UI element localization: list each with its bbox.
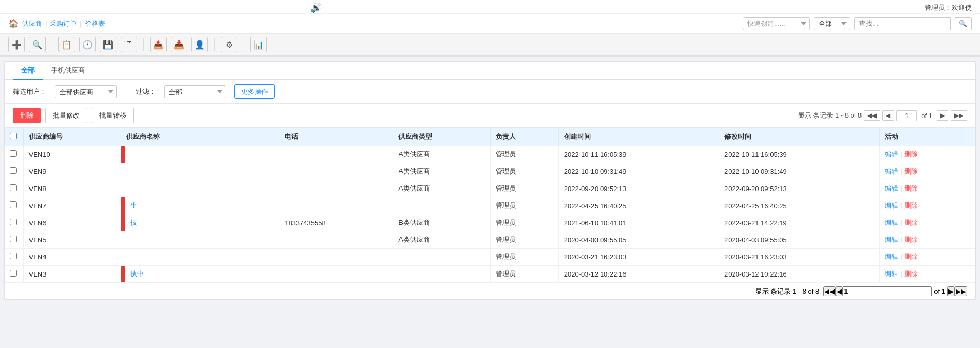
row-checkbox[interactable]: [10, 184, 17, 191]
quick-create-select[interactable]: 快速创建......: [743, 17, 810, 30]
nav-links: 🏠 供应商 | 采购订单 | 价格表: [8, 19, 105, 28]
screen-btn[interactable]: 🖥: [121, 37, 137, 52]
row-name: [121, 163, 279, 180]
row-checkbox[interactable]: [10, 201, 17, 208]
page-number-input[interactable]: [896, 110, 917, 121]
clock-btn[interactable]: 🕐: [79, 37, 96, 52]
search-input[interactable]: [854, 17, 951, 30]
tab-all[interactable]: 全部: [13, 62, 43, 80]
row-checkbox[interactable]: [10, 219, 17, 225]
red-indicator: [121, 214, 125, 231]
filter-type-select[interactable]: 全部: [164, 85, 226, 98]
row-checkbox[interactable]: [10, 236, 17, 242]
edit-link[interactable]: 编辑: [885, 219, 898, 226]
table-row: VEN3执中管理员2020-03-12 10:22:162020-03-12 1…: [5, 266, 975, 283]
row-checkbox[interactable]: [10, 253, 17, 259]
search-submit-btn[interactable]: 🔍: [955, 17, 972, 30]
delete-link[interactable]: 删除: [904, 219, 918, 226]
delete-link[interactable]: 删除: [904, 184, 918, 192]
edit-link[interactable]: 编辑: [885, 236, 898, 243]
scope-select[interactable]: 全部: [814, 17, 850, 30]
delete-link[interactable]: 删除: [904, 201, 918, 209]
page-last-btn[interactable]: ▶▶: [951, 110, 967, 121]
home-icon[interactable]: 🏠: [8, 19, 19, 28]
row-owner: 管理员: [491, 180, 558, 197]
edit-link[interactable]: 编辑: [885, 184, 898, 192]
row-checkbox-cell: [5, 146, 23, 163]
action-sep: |: [900, 253, 902, 260]
row-owner: 管理员: [491, 266, 558, 283]
th-action: 活动: [880, 128, 975, 146]
th-id: 供应商编号: [23, 128, 121, 146]
delete-link[interactable]: 删除: [904, 167, 918, 175]
row-name: 技: [121, 214, 279, 231]
batch-edit-btn[interactable]: 批量修改: [45, 108, 87, 123]
page-bottom-prev-btn[interactable]: ◀: [836, 286, 843, 296]
row-id: VEN4: [23, 249, 121, 266]
row-modified: 2020-03-21 16:23:03: [719, 249, 879, 266]
action-sep: |: [900, 184, 902, 192]
row-checkbox[interactable]: [10, 150, 17, 157]
row-phone: [279, 249, 393, 266]
delete-link[interactable]: 删除: [904, 150, 918, 158]
select-all-checkbox[interactable]: [10, 133, 17, 139]
tab-mobile-supplier[interactable]: 手机供应商: [43, 62, 93, 80]
page-first-btn[interactable]: ◀◀: [864, 110, 880, 121]
page-bottom-input[interactable]: [843, 286, 932, 296]
user-btn[interactable]: 👤: [191, 37, 208, 52]
save-btn[interactable]: 💾: [100, 37, 116, 52]
row-id: VEN9: [23, 163, 121, 180]
nav-link-price[interactable]: 价格表: [85, 19, 105, 28]
row-created: 2020-04-03 09:55:05: [558, 231, 719, 249]
row-actions: 编辑|删除: [880, 231, 975, 249]
row-id: VEN10: [23, 146, 121, 163]
row-owner: 管理员: [491, 231, 558, 249]
row-name: [121, 146, 279, 163]
export-btn[interactable]: 📤: [150, 37, 167, 52]
edit-link[interactable]: 编辑: [885, 270, 898, 278]
row-name-link[interactable]: 生: [130, 201, 137, 209]
settings-btn[interactable]: ⚙: [221, 37, 237, 52]
report-btn[interactable]: 📊: [250, 37, 267, 52]
row-actions: 编辑|删除: [880, 146, 975, 163]
edit-link[interactable]: 编辑: [885, 201, 898, 209]
action-bar: 删除 批量修改 批量转移 显示 条记录 1 - 8 of 8 ◀◀ ◀ of 1…: [5, 104, 975, 128]
add-btn[interactable]: ➕: [8, 37, 25, 52]
search-tool-btn[interactable]: 🔍: [29, 37, 46, 52]
batch-transfer-btn[interactable]: 批量转移: [92, 108, 134, 123]
list-btn[interactable]: 📋: [58, 37, 75, 52]
nav-link-purchase[interactable]: 采购订单: [50, 19, 77, 28]
row-created: 2022-10-10 09:31:49: [558, 163, 719, 180]
more-actions-btn[interactable]: 更多操作: [234, 84, 275, 99]
delete-link[interactable]: 删除: [904, 236, 918, 243]
row-checkbox-cell: [5, 163, 23, 180]
row-id: VEN3: [23, 266, 121, 283]
row-name-link[interactable]: 执中: [130, 270, 144, 278]
pagination-display: 显示 条记录 1 - 8 of 8: [798, 111, 862, 120]
row-checkbox[interactable]: [10, 167, 17, 174]
action-sep: |: [900, 236, 902, 243]
action-sep: |: [900, 150, 902, 158]
delete-btn[interactable]: 删除: [13, 108, 41, 123]
filter-user-select[interactable]: 全部供应商: [55, 85, 117, 98]
row-checkbox[interactable]: [10, 270, 17, 277]
row-name-link[interactable]: 技: [130, 219, 137, 226]
delete-link[interactable]: 删除: [904, 253, 918, 260]
pagination-top: 显示 条记录 1 - 8 of 8 ◀◀ ◀ of 1 ▶ ▶▶: [798, 110, 967, 121]
red-indicator: [121, 197, 125, 214]
page-bottom-last-btn[interactable]: ▶▶: [955, 286, 967, 296]
table-body: VEN10A类供应商管理员2022-10-11 16:05:392022-10-…: [5, 146, 975, 283]
page-next-btn[interactable]: ▶: [937, 110, 948, 121]
edit-link[interactable]: 编辑: [885, 150, 898, 158]
page-bottom-next-btn[interactable]: ▶: [947, 286, 955, 296]
edit-link[interactable]: 编辑: [885, 167, 898, 175]
page-prev-btn[interactable]: ◀: [882, 110, 894, 121]
toolbar-sep-3: [214, 38, 215, 51]
import-btn[interactable]: 📥: [171, 37, 187, 52]
nav-link-supplier[interactable]: 供应商: [22, 19, 42, 28]
edit-link[interactable]: 编辑: [885, 253, 898, 260]
page-bottom-first-btn[interactable]: ◀◀: [823, 286, 836, 296]
delete-link[interactable]: 删除: [904, 270, 918, 278]
row-owner: 管理员: [491, 249, 558, 266]
row-actions: 编辑|删除: [880, 180, 975, 197]
